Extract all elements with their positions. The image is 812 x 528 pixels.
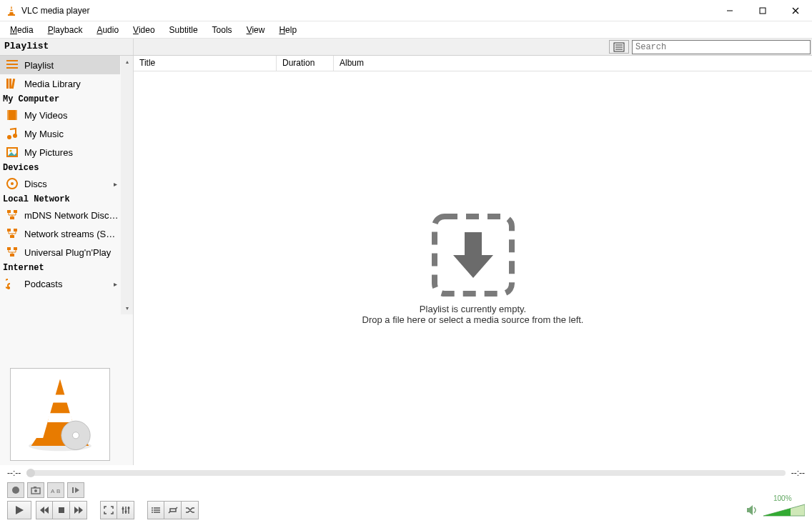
svg-text:B: B (56, 488, 60, 494)
menu-view[interactable]: View (239, 23, 272, 37)
network-icon (6, 209, 19, 221)
sidebar-item-discs[interactable]: Discs ▸ (0, 174, 120, 193)
svg-rect-16 (11, 79, 15, 89)
menu-playback[interactable]: Playback (41, 23, 90, 37)
svg-point-58 (152, 509, 153, 511)
svg-rect-1 (10, 11, 14, 12)
atob-loop-button[interactable]: AB (47, 482, 64, 498)
maximize-button[interactable] (746, 0, 779, 21)
sidebar-item-playlist[interactable]: Playlist (0, 56, 120, 74)
svg-point-20 (7, 135, 11, 139)
play-button[interactable] (7, 501, 31, 519)
chevron-right-icon[interactable]: ▸ (114, 180, 117, 188)
picture-icon (6, 146, 19, 159)
svg-rect-0 (10, 9, 13, 10)
menu-media[interactable]: Media (3, 23, 41, 37)
close-button[interactable] (779, 0, 812, 21)
svg-point-25 (11, 182, 14, 185)
film-icon (6, 109, 19, 121)
menu-bar: Media Playback Audio Video Subtitle Tool… (0, 21, 812, 39)
sidebar-section-local-network: Local Network (0, 193, 133, 206)
empty-line1: Playlist is currently empty. (420, 304, 526, 314)
sidebar-item-my-music[interactable]: My Music (0, 124, 120, 143)
svg-point-21 (13, 134, 17, 138)
playlist-search-input[interactable] (632, 40, 811, 54)
source-sidebar: Playlist Media Library My Computer My Vi… (0, 56, 134, 465)
sidebar-item-my-pictures[interactable]: My Pictures (0, 143, 120, 161)
window-title: VLC media player (21, 6, 89, 16)
svg-rect-17 (7, 110, 17, 120)
svg-point-35 (7, 287, 10, 289)
playback-toolbar: 100% (0, 499, 812, 524)
svg-rect-15 (9, 79, 11, 89)
sidebar-item-sap[interactable]: Network streams (SAP) (0, 224, 120, 243)
volume-label: 100% (773, 494, 792, 502)
playlist-icon (6, 59, 19, 71)
empty-playlist-dropzone[interactable]: Playlist is currently empty. Drop a file… (134, 71, 812, 465)
snapshot-button[interactable] (27, 482, 44, 498)
svg-rect-28 (10, 216, 14, 219)
minimize-button[interactable] (713, 0, 746, 21)
frame-step-button[interactable] (67, 482, 84, 498)
svg-rect-47 (59, 507, 64, 513)
shuffle-button[interactable] (182, 501, 199, 519)
sidebar-item-mdns[interactable]: mDNS Network Disco... (0, 206, 120, 224)
sidebar-item-label: My Pictures (24, 147, 73, 158)
volume-control: 100% (746, 503, 805, 517)
svg-rect-32 (7, 247, 11, 250)
next-button[interactable] (70, 501, 87, 519)
svg-point-38 (72, 432, 79, 439)
svg-point-40 (12, 487, 19, 494)
playlist-header: Playlist (0, 39, 812, 56)
column-title[interactable]: Title (134, 56, 277, 71)
sidebar-scrollbar[interactable]: ▴ ▾ (121, 56, 133, 314)
seek-bar-row: --:-- --:-- (0, 465, 812, 481)
fullscreen-button[interactable] (100, 501, 117, 519)
toggle-playlist-button[interactable] (147, 501, 164, 519)
column-duration[interactable]: Duration (277, 56, 334, 71)
sidebar-item-label: Playlist (24, 60, 54, 71)
remaining-time[interactable]: --:-- (791, 468, 805, 478)
column-album[interactable]: Album (334, 56, 812, 71)
sidebar-section-my-computer: My Computer (0, 93, 133, 106)
loop-button[interactable] (164, 501, 182, 519)
title-bar: VLC media player (0, 0, 812, 21)
menu-subtitle[interactable]: Subtitle (162, 23, 205, 37)
menu-audio[interactable]: Audio (89, 23, 126, 37)
sidebar-item-label: Discs (24, 179, 47, 189)
svg-rect-4 (760, 8, 766, 14)
volume-slider[interactable]: 100% (763, 503, 805, 517)
sidebar-item-upnp[interactable]: Universal Plug'n'Play (0, 243, 120, 261)
sidebar-item-label: Universal Plug'n'Play (24, 247, 111, 258)
record-button[interactable] (7, 482, 24, 498)
svg-rect-26 (7, 210, 11, 213)
extended-settings-button[interactable] (117, 501, 134, 519)
menu-tools[interactable]: Tools (205, 23, 239, 37)
sidebar-section-internet: Internet (0, 261, 133, 274)
sidebar-item-my-videos[interactable]: My Videos (0, 106, 120, 124)
svg-point-57 (152, 507, 153, 509)
disc-icon (6, 177, 19, 190)
playlist-content: Title Duration Album Playlist is current… (134, 56, 812, 465)
menu-help[interactable]: Help (272, 23, 304, 37)
empty-line2: Drop a file here or select a media sourc… (362, 314, 584, 325)
scroll-down-icon[interactable]: ▾ (121, 302, 133, 314)
scroll-up-icon[interactable]: ▴ (121, 56, 133, 68)
svg-point-53 (127, 507, 129, 509)
toggle-playlist-view-button[interactable] (609, 40, 629, 54)
elapsed-time[interactable]: --:-- (7, 468, 21, 478)
stop-button[interactable] (53, 501, 70, 519)
svg-rect-27 (14, 210, 17, 213)
speaker-icon[interactable] (746, 504, 759, 516)
chevron-right-icon[interactable]: ▸ (114, 280, 117, 288)
album-art-placeholder (10, 368, 110, 461)
seek-slider[interactable] (26, 470, 785, 476)
previous-button[interactable] (36, 501, 53, 519)
sidebar-item-label: Podcasts (24, 279, 62, 289)
sidebar-item-media-library[interactable]: Media Library (0, 74, 120, 93)
sidebar-item-podcasts[interactable]: Podcasts ▸ (0, 274, 120, 293)
svg-point-59 (152, 512, 153, 513)
svg-text:A: A (51, 488, 55, 494)
menu-video[interactable]: Video (126, 23, 162, 37)
svg-rect-29 (7, 229, 11, 231)
